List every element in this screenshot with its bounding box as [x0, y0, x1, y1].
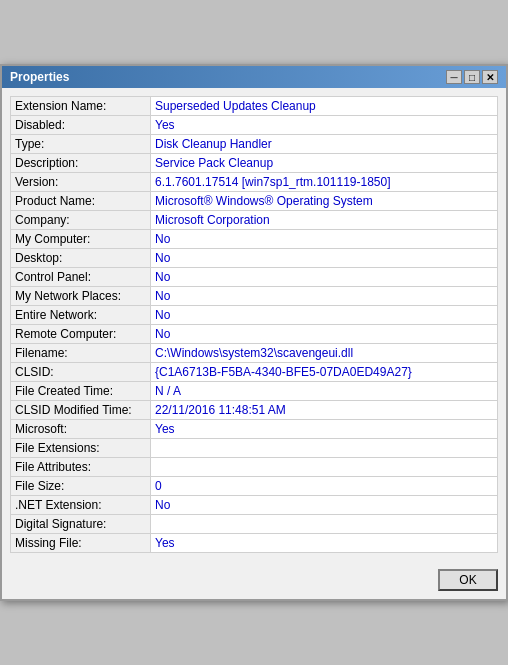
property-label: Product Name: — [11, 192, 151, 211]
property-label: Microsoft: — [11, 420, 151, 439]
property-label: Entire Network: — [11, 306, 151, 325]
property-value: {C1A6713B-F5BA-4340-BFE5-07DA0ED49A27} — [151, 363, 498, 382]
property-label: Extension Name: — [11, 97, 151, 116]
property-label: File Attributes: — [11, 458, 151, 477]
ok-button[interactable]: OK — [438, 569, 498, 591]
property-label: File Size: — [11, 477, 151, 496]
property-label: Version: — [11, 173, 151, 192]
property-value: No — [151, 496, 498, 515]
table-row: Product Name:Microsoft® Windows® Operati… — [11, 192, 498, 211]
property-label: My Network Places: — [11, 287, 151, 306]
table-row: File Size:0 — [11, 477, 498, 496]
property-label: Type: — [11, 135, 151, 154]
property-value — [151, 439, 498, 458]
table-row: Filename:C:\Windows\system32\scavengeui.… — [11, 344, 498, 363]
property-label: Digital Signature: — [11, 515, 151, 534]
property-label: .NET Extension: — [11, 496, 151, 515]
property-value: 6.1.7601.17514 [win7sp1_rtm.101119-1850] — [151, 173, 498, 192]
minimize-button[interactable]: ─ — [446, 70, 462, 84]
property-value: Yes — [151, 116, 498, 135]
property-value — [151, 458, 498, 477]
property-value: Yes — [151, 534, 498, 553]
table-row: Entire Network:No — [11, 306, 498, 325]
property-value: Microsoft Corporation — [151, 211, 498, 230]
property-label: Missing File: — [11, 534, 151, 553]
property-label: Company: — [11, 211, 151, 230]
properties-window: Properties ─ □ ✕ Extension Name:Supersed… — [0, 64, 508, 601]
table-row: Disabled:Yes — [11, 116, 498, 135]
property-label: Filename: — [11, 344, 151, 363]
property-value: No — [151, 230, 498, 249]
property-label: Control Panel: — [11, 268, 151, 287]
table-row: CLSID Modified Time:22/11/2016 11:48:51 … — [11, 401, 498, 420]
table-row: Digital Signature: — [11, 515, 498, 534]
window-title: Properties — [10, 70, 69, 84]
table-row: CLSID:{C1A6713B-F5BA-4340-BFE5-07DA0ED49… — [11, 363, 498, 382]
footer: OK — [2, 561, 506, 599]
property-label: My Computer: — [11, 230, 151, 249]
property-label: CLSID Modified Time: — [11, 401, 151, 420]
properties-table: Extension Name:Superseded Updates Cleanu… — [10, 96, 498, 553]
property-value: 0 — [151, 477, 498, 496]
property-label: Desktop: — [11, 249, 151, 268]
table-row: My Network Places:No — [11, 287, 498, 306]
table-row: Desktop:No — [11, 249, 498, 268]
table-row: File Attributes: — [11, 458, 498, 477]
properties-content: Extension Name:Superseded Updates Cleanu… — [2, 88, 506, 561]
property-value: No — [151, 287, 498, 306]
table-row: Type:Disk Cleanup Handler — [11, 135, 498, 154]
property-label: CLSID: — [11, 363, 151, 382]
property-label: File Created Time: — [11, 382, 151, 401]
property-value: No — [151, 325, 498, 344]
title-bar: Properties ─ □ ✕ — [2, 66, 506, 88]
property-value: Superseded Updates Cleanup — [151, 97, 498, 116]
table-row: Missing File:Yes — [11, 534, 498, 553]
property-value: Disk Cleanup Handler — [151, 135, 498, 154]
maximize-button[interactable]: □ — [464, 70, 480, 84]
table-row: Version:6.1.7601.17514 [win7sp1_rtm.1011… — [11, 173, 498, 192]
table-row: File Created Time:N / A — [11, 382, 498, 401]
property-value: C:\Windows\system32\scavengeui.dll — [151, 344, 498, 363]
property-value: Service Pack Cleanup — [151, 154, 498, 173]
table-row: Microsoft:Yes — [11, 420, 498, 439]
table-row: Description:Service Pack Cleanup — [11, 154, 498, 173]
property-value: Yes — [151, 420, 498, 439]
table-row: .NET Extension:No — [11, 496, 498, 515]
property-value — [151, 515, 498, 534]
property-label: Disabled: — [11, 116, 151, 135]
title-bar-buttons: ─ □ ✕ — [446, 70, 498, 84]
property-value: No — [151, 249, 498, 268]
table-row: Extension Name:Superseded Updates Cleanu… — [11, 97, 498, 116]
property-label: Description: — [11, 154, 151, 173]
property-value: No — [151, 306, 498, 325]
property-label: File Extensions: — [11, 439, 151, 458]
table-row: File Extensions: — [11, 439, 498, 458]
close-button[interactable]: ✕ — [482, 70, 498, 84]
table-row: Company:Microsoft Corporation — [11, 211, 498, 230]
property-value: No — [151, 268, 498, 287]
property-label: Remote Computer: — [11, 325, 151, 344]
table-row: Remote Computer:No — [11, 325, 498, 344]
property-value: N / A — [151, 382, 498, 401]
property-value: Microsoft® Windows® Operating System — [151, 192, 498, 211]
property-value: 22/11/2016 11:48:51 AM — [151, 401, 498, 420]
table-row: My Computer:No — [11, 230, 498, 249]
table-row: Control Panel:No — [11, 268, 498, 287]
